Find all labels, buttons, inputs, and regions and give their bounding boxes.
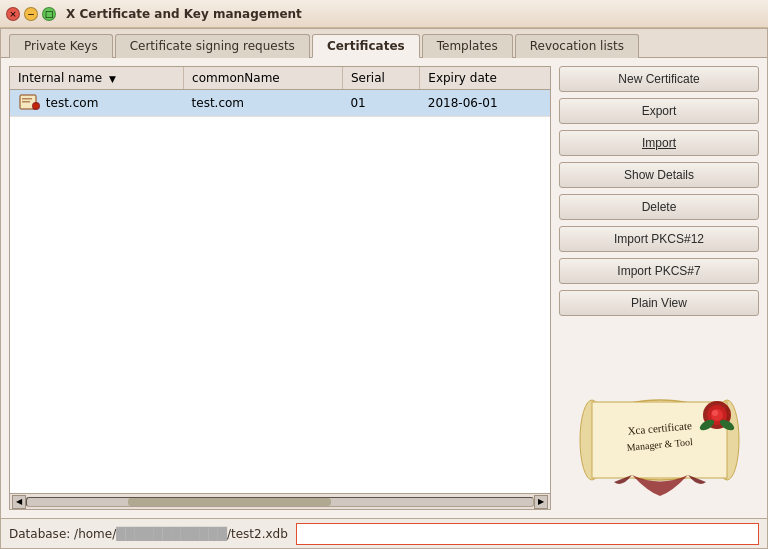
main-window: Private Keys Certificate signing request… bbox=[0, 28, 768, 549]
minimize-button[interactable]: − bbox=[24, 7, 38, 21]
import-button[interactable]: Import bbox=[559, 130, 759, 156]
scrollbar-track[interactable] bbox=[26, 497, 534, 507]
certificate-list-panel: Internal name ▼ commonName Serial Expiry… bbox=[9, 66, 551, 510]
tabbar: Private Keys Certificate signing request… bbox=[1, 29, 767, 58]
svg-rect-1 bbox=[22, 98, 32, 100]
titlebar: × − □ X Certificate and Key management bbox=[0, 0, 768, 28]
status-input[interactable] bbox=[296, 523, 759, 545]
window-controls: × − □ bbox=[6, 7, 56, 21]
statusbar: Database: /home/████████████/test2.xdb bbox=[1, 518, 767, 548]
sort-icon: ▼ bbox=[109, 74, 116, 84]
table-row[interactable]: test.com test.com 01 2018-06-01 bbox=[10, 90, 550, 117]
cert-scroll-svg: Xca certificate Manager & Tool bbox=[572, 380, 747, 500]
table-scroll[interactable]: Internal name ▼ commonName Serial Expiry… bbox=[10, 67, 550, 493]
certificate-table: Internal name ▼ commonName Serial Expiry… bbox=[10, 67, 550, 117]
import-pkcs12-button[interactable]: Import PKCS#12 bbox=[559, 226, 759, 252]
plain-view-button[interactable]: Plain View bbox=[559, 290, 759, 316]
delete-button[interactable]: Delete bbox=[559, 194, 759, 220]
tab-revocation[interactable]: Revocation lists bbox=[515, 34, 639, 58]
col-internal-name[interactable]: Internal name ▼ bbox=[10, 67, 184, 90]
cell-common-name: test.com bbox=[184, 90, 343, 117]
close-button[interactable]: × bbox=[6, 7, 20, 21]
close-icon: × bbox=[9, 9, 17, 19]
content-area: Internal name ▼ commonName Serial Expiry… bbox=[1, 58, 767, 518]
tab-csr[interactable]: Certificate signing requests bbox=[115, 34, 310, 58]
svg-point-14 bbox=[712, 410, 718, 416]
show-details-button[interactable]: Show Details bbox=[559, 162, 759, 188]
import-pkcs7-button[interactable]: Import PKCS#7 bbox=[559, 258, 759, 284]
col-serial[interactable]: Serial bbox=[342, 67, 419, 90]
scrollbar-thumb[interactable] bbox=[128, 498, 330, 506]
scroll-right-button[interactable]: ▶ bbox=[534, 495, 548, 509]
svg-point-4 bbox=[34, 104, 39, 109]
cell-serial: 01 bbox=[342, 90, 419, 117]
new-certificate-button[interactable]: New Certificate bbox=[559, 66, 759, 92]
cert-row-icon bbox=[18, 93, 42, 113]
cell-expiry-date: 2018-06-01 bbox=[420, 90, 550, 117]
table-header-row: Internal name ▼ commonName Serial Expiry… bbox=[10, 67, 550, 90]
col-expiry-date[interactable]: Expiry date bbox=[420, 67, 550, 90]
app-title: X Certificate and Key management bbox=[66, 7, 302, 21]
minimize-icon: − bbox=[27, 9, 35, 19]
database-label: Database: /home/████████████/test2.xdb bbox=[9, 527, 288, 541]
scroll-left-button[interactable]: ◀ bbox=[12, 495, 26, 509]
col-common-name[interactable]: commonName bbox=[184, 67, 343, 90]
horizontal-scrollbar[interactable]: ◀ ▶ bbox=[10, 493, 550, 509]
tab-certificates[interactable]: Certificates bbox=[312, 34, 420, 58]
tab-templates[interactable]: Templates bbox=[422, 34, 513, 58]
maximize-button[interactable]: □ bbox=[42, 7, 56, 21]
cell-internal-name: test.com bbox=[10, 90, 184, 117]
tab-private-keys[interactable]: Private Keys bbox=[9, 34, 113, 58]
action-panel: New Certificate Export Import Show Detai… bbox=[559, 66, 759, 510]
maximize-icon: □ bbox=[45, 9, 54, 19]
certificate-illustration: Xca certificate Manager & Tool bbox=[559, 322, 759, 510]
export-button[interactable]: Export bbox=[559, 98, 759, 124]
svg-rect-2 bbox=[22, 101, 30, 103]
